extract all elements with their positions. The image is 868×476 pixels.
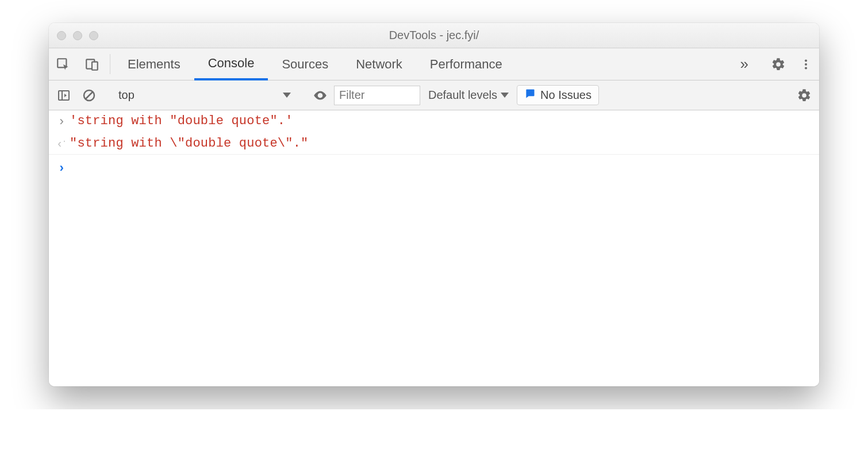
log-levels-selector[interactable]: Default levels [423, 89, 514, 102]
console-sidebar-toggle-icon[interactable] [52, 84, 75, 107]
device-toolbar-icon[interactable] [78, 48, 106, 80]
svg-rect-6 [59, 91, 69, 100]
devtools-window: DevTools - jec.fyi/ Elements Console Sou… [49, 23, 819, 386]
filter-input[interactable] [334, 86, 420, 105]
console-output: 'string with "double quote".' "string wi… [49, 110, 819, 386]
levels-label: Default levels [428, 89, 497, 102]
more-tabs-icon[interactable]: » [732, 55, 756, 73]
kebab-menu-icon[interactable] [793, 58, 819, 71]
issues-label: No Issues [540, 89, 592, 102]
live-expression-eye-icon[interactable] [309, 84, 332, 107]
tab-network[interactable]: Network [342, 48, 416, 80]
settings-gear-icon[interactable] [764, 57, 793, 72]
console-row-output: "string with \"double quote\"." [49, 133, 819, 155]
traffic-close[interactable] [57, 31, 66, 40]
traffic-minimize[interactable] [73, 31, 82, 40]
traffic-lights [57, 31, 98, 40]
clear-console-icon[interactable] [78, 84, 101, 107]
console-output-text: "string with \"double quote\"." [70, 136, 308, 151]
tab-label: Network [356, 57, 402, 72]
tabs-right: » [732, 48, 819, 80]
context-label: top [118, 89, 135, 102]
tab-performance[interactable]: Performance [416, 48, 516, 80]
context-selector[interactable]: top [113, 89, 297, 102]
tab-label: Sources [282, 57, 328, 72]
tab-label: Performance [430, 57, 502, 72]
issues-icon [524, 88, 536, 102]
svg-line-9 [86, 92, 93, 99]
window-title: DevTools - jec.fyi/ [49, 29, 819, 42]
svg-rect-2 [92, 62, 98, 70]
tab-sources[interactable]: Sources [268, 48, 342, 80]
output-chevron-icon [53, 136, 70, 151]
svg-point-3 [805, 59, 807, 62]
tab-label: Console [208, 56, 255, 71]
svg-point-5 [805, 67, 807, 69]
console-input-text: 'string with "double quote".' [70, 114, 293, 128]
console-prompt-row[interactable] [49, 155, 819, 179]
svg-point-4 [805, 63, 807, 65]
tabs-container: Elements Console Sources Network Perform… [114, 48, 732, 80]
issues-button[interactable]: No Issues [517, 85, 599, 105]
console-toolbar: top Default levels No Issues [49, 80, 819, 110]
chevron-down-icon [283, 93, 291, 98]
traffic-zoom[interactable] [89, 31, 98, 40]
prompt-chevron-icon [53, 160, 70, 176]
input-chevron-icon [53, 114, 70, 129]
console-row-input: 'string with "double quote".' [49, 110, 819, 133]
chevron-down-icon [501, 93, 509, 98]
console-settings-gear-icon[interactable] [793, 84, 816, 107]
titlebar: DevTools - jec.fyi/ [49, 23, 819, 48]
divider [110, 54, 110, 74]
main-tabs-bar: Elements Console Sources Network Perform… [49, 48, 819, 80]
tab-elements[interactable]: Elements [114, 48, 194, 80]
tab-console[interactable]: Console [194, 48, 268, 80]
inspect-element-icon[interactable] [49, 48, 78, 80]
tab-label: Elements [128, 57, 180, 72]
console-prompt-input[interactable] [70, 160, 813, 174]
